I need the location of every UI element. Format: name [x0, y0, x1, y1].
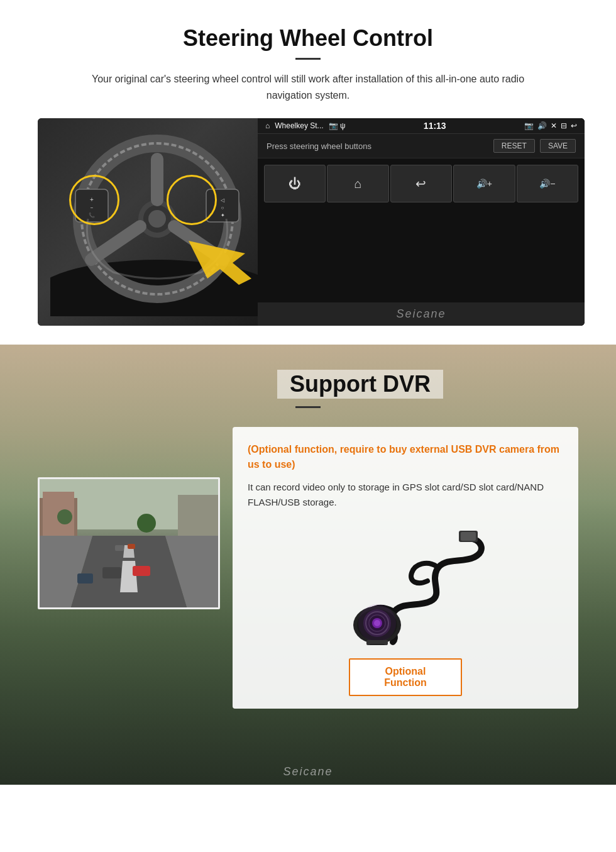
dvr-thumb-svg — [40, 479, 218, 607]
seicane-watermark-dvr: Seicane — [283, 765, 333, 778]
dvr-thumbnail — [38, 477, 220, 609]
dvr-description: It can record video only to storage in G… — [248, 480, 563, 510]
steering-title: Steering Wheel Control — [38, 25, 578, 52]
head-unit-ui: ⌂ Wheelkey St... 📷 ψ 11:13 📷 🔊 ✕ ⊟ ↩ Pre… — [258, 118, 585, 326]
statusbar: ⌂ Wheelkey St... 📷 ψ 11:13 📷 🔊 ✕ ⊟ ↩ — [258, 118, 585, 134]
steering-wheel-svg: + − 📞 ◁ ○ ✦ — [50, 128, 264, 316]
svg-rect-31 — [128, 544, 135, 549]
ctrl-power[interactable]: ⏻ — [264, 165, 326, 202]
steering-wheel-photo: + − 📞 ◁ ○ ✦ — [38, 118, 277, 326]
dvr-info-card: (Optional function, require to buy exter… — [233, 427, 578, 709]
home-icon: ⌂ — [265, 121, 270, 130]
svg-text:📞: 📞 — [89, 212, 95, 218]
svg-rect-35 — [461, 532, 476, 541]
dvr-layout: (Optional function, require to buy exter… — [38, 427, 578, 709]
window-icon: ⊟ — [561, 121, 567, 130]
ctrl-vol-up[interactable]: 🔊+ — [453, 165, 515, 202]
camera-icon: 📷 — [524, 121, 534, 130]
svg-point-32 — [137, 514, 156, 533]
dvr-divider — [295, 406, 321, 408]
svg-marker-23 — [120, 561, 138, 592]
title-divider — [295, 58, 321, 60]
seicane-watermark-steering: Seicane — [258, 302, 585, 326]
status-icons: 📷 ψ — [329, 121, 346, 130]
save-button[interactable]: SAVE — [540, 139, 576, 153]
svg-text:+: + — [90, 196, 94, 203]
ctrl-home[interactable]: ⌂ — [327, 165, 388, 202]
dvr-optional-text: (Optional function, require to buy exter… — [248, 442, 563, 472]
dvr-title-wrapper: Support DVR — [38, 370, 578, 408]
svg-text:◁: ◁ — [221, 197, 225, 203]
steering-composite-image: + − 📞 ◁ ○ ✦ ⌂ Wheelkey St... — [38, 118, 585, 326]
svg-text:−: − — [91, 205, 94, 211]
svg-point-5 — [148, 210, 166, 228]
reset-button[interactable]: RESET — [493, 139, 535, 153]
press-label: Press steering wheel buttons — [267, 141, 371, 151]
svg-rect-27 — [102, 567, 121, 578]
dvr-camera-svg — [317, 526, 493, 645]
ctrl-back[interactable]: ↩ — [390, 165, 452, 202]
dvr-product-image — [248, 523, 563, 648]
dvr-title: Support DVR — [277, 370, 443, 399]
statusbar-time: 11:13 — [424, 121, 446, 131]
svg-rect-28 — [133, 566, 150, 576]
optional-function-button[interactable]: Optional Function — [349, 658, 462, 696]
steering-subtitle: Your original car's steering wheel contr… — [88, 71, 528, 103]
controls-grid: ⏻ ⌂ ↩ 🔊+ 🔊− — [258, 158, 585, 302]
ui-header: Press steering wheel buttons RESET SAVE — [258, 134, 585, 158]
dvr-content: Support DVR — [0, 345, 616, 734]
back-icon: ↩ — [571, 121, 577, 130]
dvr-section: Support DVR — [0, 345, 616, 785]
svg-rect-30 — [115, 545, 124, 551]
dvr-left-col — [38, 427, 220, 609]
statusbar-left: ⌂ Wheelkey St... 📷 ψ — [265, 121, 346, 130]
statusbar-right: 📷 🔊 ✕ ⊟ ↩ — [524, 121, 577, 130]
svg-text:✦: ✦ — [221, 213, 225, 218]
close-icon: ✕ — [551, 121, 557, 130]
svg-rect-45 — [370, 644, 385, 645]
volume-icon: 🔊 — [537, 121, 547, 130]
svg-text:○: ○ — [221, 205, 224, 211]
ctrl-vol-down[interactable]: 🔊− — [517, 165, 578, 202]
svg-point-43 — [358, 604, 396, 642]
svg-line-7 — [91, 226, 140, 260]
svg-rect-29 — [77, 573, 93, 584]
app-name: Wheelkey St... — [275, 121, 323, 130]
svg-point-33 — [57, 509, 72, 524]
steering-wheel-section: Steering Wheel Control Your original car… — [0, 0, 616, 345]
header-buttons: RESET SAVE — [493, 139, 576, 153]
